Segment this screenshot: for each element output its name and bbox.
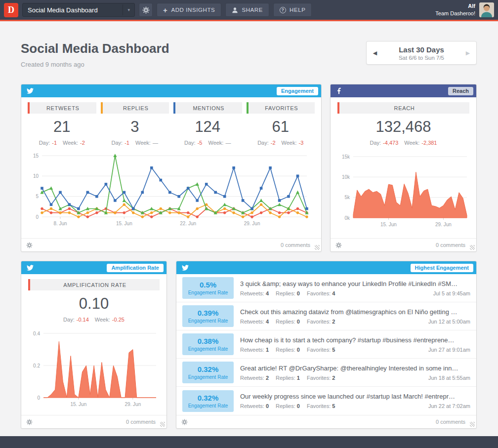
- tweet-date: Jun 18 at 5:55am: [428, 375, 470, 381]
- widget-settings-icon[interactable]: [26, 242, 33, 248]
- date-range-center: Last 30 Days Sat 6/6 to Sun 7/5: [383, 45, 459, 61]
- widget-body: REACH 132,468 Day: -4,473 Week: -2,381 0…: [331, 97, 476, 238]
- widget-header: Reach: [331, 84, 476, 97]
- resize-handle[interactable]: [160, 422, 165, 427]
- svg-text:15k: 15k: [341, 154, 350, 159]
- dashboard-settings-button[interactable]: [139, 3, 153, 17]
- tweet-row[interactable]: 0.39% Engagement Rate Check out this ama…: [176, 302, 476, 330]
- tweet-text: How cheap is it to start a tech company?…: [240, 336, 470, 344]
- stat-label: REPLIES: [123, 105, 148, 111]
- tweet-row[interactable]: 0.38% Engagement Rate How cheap is it to…: [176, 330, 476, 359]
- help-icon: ?: [280, 7, 286, 13]
- widget-body: 0.5% Engagement Rate 3 quick &amp; easy …: [176, 274, 476, 415]
- svg-text:0: 0: [36, 214, 39, 219]
- week-label: Week:: [63, 140, 78, 146]
- stat-label: REACH: [394, 105, 415, 111]
- tweet-meta: Retweets:0 Replies:0 Favorites:5 Jun 22 …: [240, 403, 470, 409]
- tweet-date: Jul 5 at 9:45am: [433, 290, 470, 296]
- day-label: Day:: [39, 140, 50, 146]
- stat-value: 132,468: [337, 118, 469, 136]
- engagement-rate-label: Engagement Rate: [188, 290, 228, 295]
- widget-header: Highest Engagement: [176, 261, 476, 274]
- gear-icon: [26, 242, 33, 248]
- svg-text:22. Jun: 22. Jun: [180, 221, 196, 226]
- engagement-rate-value: 0.38%: [198, 337, 219, 345]
- insight-badge[interactable]: Amplification Rate: [107, 264, 164, 272]
- stat-label: MENTIONS: [193, 105, 224, 111]
- dashboard-content: Social Media Dashboard Created 9 months …: [0, 21, 498, 436]
- widget-settings-icon[interactable]: [181, 419, 188, 425]
- prev-period-button[interactable]: ◀: [367, 50, 383, 56]
- widget-header: Engagement: [21, 84, 321, 97]
- resize-handle[interactable]: [470, 245, 475, 250]
- widget-settings-icon[interactable]: [335, 242, 342, 248]
- plus-icon: +: [163, 6, 167, 14]
- comments-link[interactable]: 0 comments: [436, 242, 465, 248]
- tweet-row[interactable]: 0.5% Engagement Rate 3 quick &amp; easy …: [176, 274, 476, 302]
- comments-link[interactable]: 0 comments: [281, 242, 310, 248]
- day-value: -2: [271, 140, 276, 146]
- help-button[interactable]: ? HELP: [273, 3, 312, 17]
- tweet-date: Jun 22 at 7:02am: [428, 403, 470, 409]
- logo-letter: D: [8, 5, 14, 15]
- resize-handle[interactable]: [315, 245, 320, 250]
- gear-icon: [142, 6, 150, 14]
- stat-header: REPLIES: [101, 102, 169, 114]
- twitter-icon: [26, 87, 34, 94]
- retweets-count: 2: [266, 375, 269, 381]
- svg-text:0k: 0k: [344, 215, 350, 220]
- day-value: -1: [52, 140, 57, 146]
- replies-label: Replies:: [276, 403, 295, 409]
- favorites-label: Favorites:: [307, 290, 331, 296]
- insight-badge[interactable]: Highest Engagement: [411, 264, 473, 272]
- comments-link[interactable]: 0 comments: [126, 419, 156, 425]
- tweet-meta: Retweets:1 Replies:0 Favorites:5 Jun 27 …: [240, 347, 470, 353]
- resize-handle[interactable]: [470, 422, 475, 427]
- favorites-label: Favorites:: [307, 319, 331, 325]
- dasheroo-logo[interactable]: D: [4, 3, 18, 17]
- comments-link[interactable]: 0 comments: [436, 419, 465, 425]
- stats-row: RETWEETS 21 Day: -1 Week: -2 REPLIES 3 D…: [21, 97, 321, 146]
- stat-replies: REPLIES 3 Day: -1 Week: —: [101, 102, 169, 146]
- gear-icon: [335, 242, 342, 248]
- user-name: Alf: [435, 2, 475, 10]
- insight-badge[interactable]: Engagement: [277, 87, 318, 95]
- widget-footer: 0 comments: [21, 415, 166, 428]
- tweet-row[interactable]: 0.32% Engagement Rate Our weekly progres…: [176, 387, 476, 415]
- engagement-rate-value: 0.32%: [198, 394, 219, 402]
- day-value: -4,473: [383, 140, 398, 146]
- svg-text:29. Jun: 29. Jun: [124, 402, 141, 407]
- replies-count: 0: [297, 403, 300, 409]
- svg-text:5k: 5k: [344, 195, 350, 200]
- stat-delta: Day: -4,473 Week: -2,381: [337, 140, 469, 146]
- favorites-count: 2: [332, 319, 335, 325]
- tweet-content: Check out this amazing dataviz from @lat…: [240, 308, 470, 325]
- widget-settings-icon[interactable]: [26, 419, 33, 425]
- svg-text:10: 10: [33, 173, 39, 178]
- tweet-text: 3 quick &amp; easy ways to enhance your …: [240, 280, 470, 287]
- engagement-rate-box: 0.32% Engagement Rate: [182, 390, 234, 412]
- widget-body: AMPLIFICATION RATE 0.10 Day: -0.14 Week:…: [21, 274, 166, 415]
- retweets-label: Retweets:: [240, 403, 264, 409]
- svg-text:10k: 10k: [341, 174, 350, 179]
- week-value: -2,381: [421, 140, 437, 146]
- svg-text:0: 0: [37, 395, 40, 400]
- retweets-label: Retweets:: [240, 347, 264, 353]
- share-button[interactable]: SHARE: [225, 3, 269, 17]
- replies-label: Replies:: [276, 319, 295, 325]
- svg-text:0.4: 0.4: [33, 330, 40, 336]
- engagement-rate-value: 0.5%: [200, 281, 216, 289]
- insight-badge[interactable]: Reach: [448, 87, 473, 95]
- day-label: Day:: [370, 140, 381, 146]
- add-insights-button[interactable]: + ADD INSIGHTS: [157, 3, 221, 17]
- svg-text:5: 5: [36, 194, 39, 199]
- avatar[interactable]: [479, 2, 494, 17]
- widget-facebook-reach: Reach REACH 132,468 Day: -4,473 Week: -2…: [330, 84, 477, 252]
- dashboard-selector[interactable]: Social Media Dashboard ▾: [22, 3, 135, 17]
- share-icon: [232, 7, 238, 13]
- week-label: Week:: [282, 140, 297, 146]
- next-period-button[interactable]: ▶: [459, 50, 476, 56]
- tweet-date: Jun 12 at 5:00am: [428, 319, 470, 325]
- tweet-row[interactable]: 0.32% Engagement Rate Great article! RT …: [176, 359, 476, 387]
- engagement-rate-box: 0.39% Engagement Rate: [182, 305, 234, 327]
